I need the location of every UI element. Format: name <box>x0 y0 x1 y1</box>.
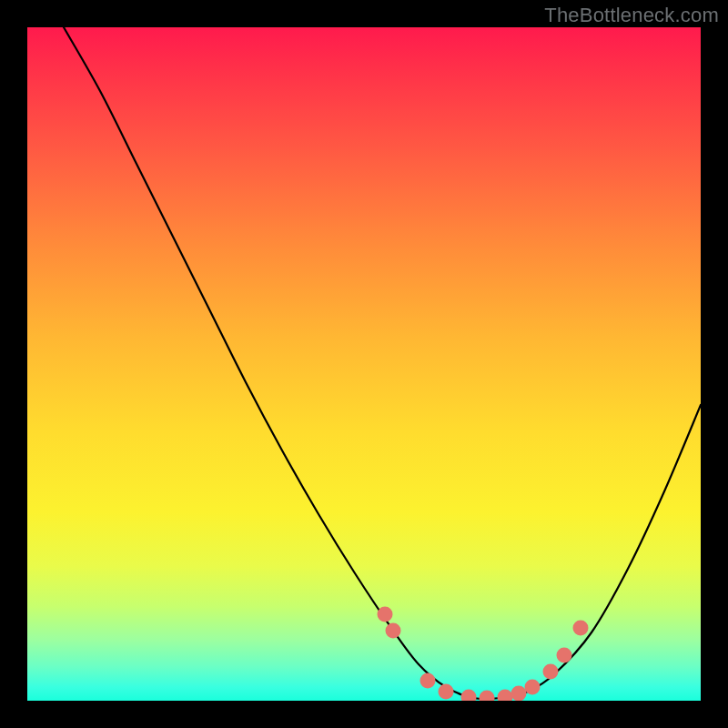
highlighted-point <box>511 686 527 702</box>
highlighted-point <box>386 623 401 639</box>
highlighted-point <box>378 607 393 622</box>
highlighted-point <box>498 690 513 702</box>
highlighted-point <box>573 621 589 636</box>
highlighted-point <box>420 673 436 689</box>
bottleneck-curve-path <box>64 27 701 699</box>
highlighted-point <box>461 690 477 702</box>
highlighted-point <box>480 691 495 702</box>
bottleneck-curve-svg <box>27 27 701 701</box>
highlighted-point <box>439 684 454 700</box>
plot-area <box>27 27 701 701</box>
highlighted-point <box>525 680 541 695</box>
watermark-text: TheBottleneck.com <box>544 4 719 27</box>
highlighted-point <box>543 664 559 680</box>
highlighted-point <box>557 648 572 663</box>
highlighted-points-group <box>378 607 589 702</box>
